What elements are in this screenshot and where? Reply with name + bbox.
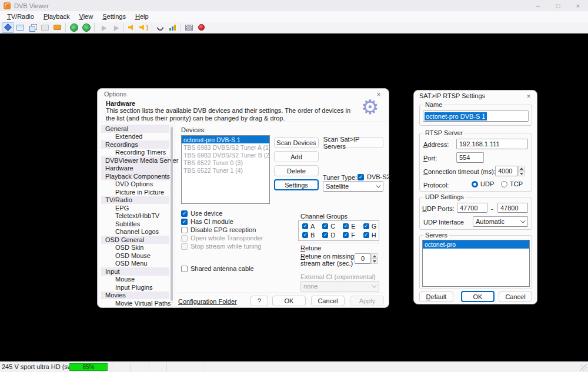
nav-back-icon[interactable]: ← <box>68 22 80 33</box>
record-icon[interactable] <box>195 22 208 33</box>
sidebar-item-recording-timers[interactable]: Recording Timers <box>101 149 169 157</box>
default-button[interactable]: Default <box>419 291 453 302</box>
retune-seconds-input[interactable]: 0 <box>355 253 371 264</box>
sidebar-item-mouse[interactable]: Mouse <box>101 276 169 284</box>
satip-cancel-button[interactable]: Cancel <box>499 291 532 302</box>
menu-playback[interactable]: Playback <box>39 12 74 21</box>
sidebar-item-osd-menu[interactable]: OSD Menu <box>101 260 169 268</box>
satip-close-icon[interactable]: × <box>523 92 534 100</box>
sidebar-item-osd-general[interactable]: OSD General <box>101 236 169 244</box>
name-input[interactable]: octonet-pro DVB-S 1 <box>423 110 529 122</box>
window-copy-icon[interactable] <box>26 22 39 33</box>
has-ci-module-checkbox[interactable]: Has CI module <box>181 218 233 225</box>
minimize-button[interactable]: – <box>528 0 548 11</box>
ok-button[interactable]: OK <box>272 296 306 306</box>
spin-down-icon[interactable] <box>518 171 525 176</box>
nav-forward-icon[interactable]: → <box>80 22 92 33</box>
sidebar-item-dvd-options[interactable]: DVD Options <box>101 180 169 189</box>
devices-listbox[interactable]: octonet-pro DVB-S 1 TBS 6983 DVBS/S2 Tun… <box>181 135 270 204</box>
udp-port-from-input[interactable]: 47700 <box>457 203 487 213</box>
spin-up-icon[interactable] <box>371 253 378 259</box>
channel-group-e-checkbox[interactable]: E <box>343 222 355 230</box>
cancel-button[interactable]: Cancel <box>311 296 345 306</box>
device-item[interactable]: TBS 6983 DVBS/S2 Tuner A (1) <box>182 143 269 151</box>
satip-ok-button[interactable]: OK <box>461 291 495 302</box>
device-item[interactable]: TBS 6983 DVBS/S2 Tuner B (2) <box>182 151 269 159</box>
volume-up-icon[interactable]: ) <box>138 22 150 33</box>
channel-diamond-icon[interactable] <box>2 22 14 33</box>
screenshot-icon[interactable] <box>14 22 26 33</box>
menu-view[interactable]: View <box>75 12 98 21</box>
channel-next-icon[interactable] <box>109 22 121 33</box>
maximize-button[interactable]: □ <box>548 0 568 11</box>
sidebar-item-osd-mouse[interactable]: OSD Mouse <box>101 252 169 260</box>
sidebar-item-osd-skin[interactable]: OSD Skin <box>101 244 169 252</box>
menu-settings[interactable]: Settings <box>98 12 130 21</box>
shared-antenna-cable-checkbox[interactable]: Shared antenna cable <box>181 265 254 272</box>
address-input[interactable]: 192.168.1.111 <box>456 139 528 149</box>
sidebar-item-tv-radio[interactable]: TV/Radio <box>101 196 169 205</box>
tuner-type-dvbs2-checkbox[interactable]: DVB-S2 <box>358 173 390 180</box>
sidebar-item-recordings[interactable]: Recordings <box>101 140 169 149</box>
sidebar-item-general[interactable]: General <box>101 125 169 133</box>
channel-group-c-checkbox[interactable]: C <box>322 222 335 230</box>
sidebar-item-epg[interactable]: EPG <box>101 204 169 212</box>
delete-button[interactable]: Delete <box>274 165 319 176</box>
menu-tv-radio[interactable]: TV/Radio <box>3 12 38 21</box>
device-item[interactable]: octonet-pro DVB-S 1 <box>182 136 269 143</box>
scan-devices-button[interactable]: Scan Devices <box>274 137 319 148</box>
spin-up-icon[interactable] <box>518 166 525 171</box>
settings-button[interactable]: Settings <box>274 179 319 190</box>
servers-listbox[interactable]: octonet-pro <box>422 240 530 287</box>
teletext-icon[interactable] <box>39 22 51 33</box>
open-whole-transponder-checkbox: Open whole Transponder <box>181 234 263 242</box>
satellite-dropdown[interactable]: Satellite <box>323 181 383 192</box>
timeout-spinner[interactable] <box>518 166 525 176</box>
sidebar-item-extended[interactable]: Extended <box>101 133 169 141</box>
channel-group-h-checkbox[interactable]: H <box>363 231 377 239</box>
sidebar-item-teletext[interactable]: Teletext/HbbTV <box>101 212 169 220</box>
port-input[interactable]: 554 <box>456 152 484 163</box>
use-device-checkbox[interactable]: Use device <box>181 210 222 217</box>
disable-epg-checkbox[interactable]: Disable EPG reception <box>181 226 256 233</box>
signal-statistics-icon[interactable] <box>166 22 179 33</box>
sidebar-item-media-server[interactable]: DVBViewer Media Server <box>101 156 169 165</box>
help-button[interactable]: ? <box>250 296 268 306</box>
menu-help[interactable]: Help <box>131 12 153 21</box>
udp-port-to-input[interactable]: 47800 <box>497 203 528 213</box>
server-item[interactable]: octonet-pro <box>423 240 529 249</box>
channel-group-b-checkbox[interactable]: B <box>302 231 315 239</box>
sidebar-item-input-plugins[interactable]: Input Plugins <box>101 283 169 291</box>
channel-group-d-checkbox[interactable]: D <box>322 231 335 239</box>
tcp-radio[interactable]: TCP <box>501 180 523 187</box>
channel-prev-icon[interactable] <box>96 22 109 33</box>
retune-spinner[interactable] <box>371 253 378 264</box>
configuration-folder-link[interactable]: Configuration Folder <box>178 298 237 305</box>
resize-grip[interactable] <box>580 364 587 371</box>
channel-group-a-checkbox[interactable]: A <box>302 222 315 230</box>
add-button[interactable]: Add <box>274 151 319 162</box>
close-button[interactable]: × <box>568 0 588 11</box>
sidebar-item-hardware[interactable]: Hardware <box>101 165 169 173</box>
udp-radio[interactable]: UDP <box>472 180 494 187</box>
spin-down-icon[interactable] <box>371 259 378 264</box>
sidebar-item-playback-components[interactable]: Playback Components <box>101 172 169 180</box>
channel-group-f-checkbox[interactable]: F <box>343 231 355 239</box>
device-item[interactable]: TBS 6522 Tuner 0 (3) <box>182 159 269 166</box>
sidebar-item-input[interactable]: Input <box>101 267 169 276</box>
sidebar-item-subtitles[interactable]: Subtitles <box>101 220 169 228</box>
recorded-movies-icon[interactable] <box>183 22 195 33</box>
device-item[interactable]: TBS 6522 Tuner 1 (4) <box>182 166 269 174</box>
volume-mute-icon[interactable] <box>125 22 138 33</box>
sidebar-item-movies[interactable]: Movies <box>101 291 169 300</box>
sidebar-item-movie-virtual-paths[interactable]: Movie Virtual Paths <box>101 299 169 307</box>
satellite-dish-icon[interactable] <box>154 22 166 33</box>
channel-group-g-checkbox[interactable]: G <box>363 222 377 230</box>
sidebar-item-channel-logos[interactable]: Channel Logos <box>101 228 169 236</box>
scan-satip-servers-button[interactable]: Scan Sat>IP Servers <box>323 137 383 148</box>
udp-interface-dropdown[interactable]: Automatic <box>473 216 528 227</box>
sidebar-scrollbar[interactable] <box>171 125 173 307</box>
timeout-input[interactable]: 4000 <box>495 166 518 176</box>
epg-icon[interactable] <box>51 22 64 33</box>
sidebar-item-picture-in-picture[interactable]: Picture in Picture <box>101 188 169 196</box>
